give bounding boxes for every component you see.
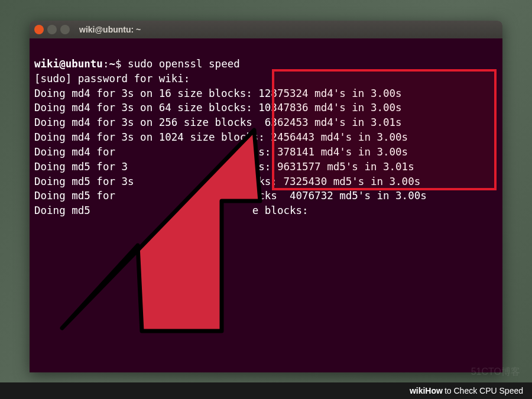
output-line: Doing md5 for 3 s: 9631577 md5's in 3.01… — [34, 161, 414, 173]
output-line: Doing md4 for 3s on 1024 size blocks: 24… — [34, 131, 408, 143]
window-title: wiki@ubuntu: ~ — [79, 25, 141, 34]
output-line: Doing md5 e blocks: — [34, 205, 309, 216]
minimize-icon[interactable] — [47, 25, 57, 34]
watermark-text: 51CTO博客 — [471, 366, 520, 378]
output-line: Doing md4 for 3s on 256 size blocks 6362… — [34, 116, 402, 128]
output-line: Doing md4 for 3s on 16 size blocks: 1287… — [34, 87, 402, 99]
prompt-user: wiki@ubuntu — [34, 58, 103, 70]
footer-text: to Check CPU Speed — [445, 386, 523, 395]
footer-bar: wikiHow to Check CPU Speed — [0, 382, 532, 399]
prompt-path: ~ — [109, 58, 115, 70]
prompt-sep: : — [103, 58, 109, 70]
maximize-icon[interactable] — [60, 25, 70, 34]
sudo-prompt: [sudo] password for wiki: — [34, 73, 190, 85]
output-line: Doing md5 for 3s cks: 7325430 md5's in 3… — [34, 176, 420, 187]
command-text: sudo openssl speed — [128, 58, 240, 70]
footer-brand: wikiHow — [410, 386, 443, 395]
output-line: Doing md4 for s: 378141 md4's in 3.00s — [34, 146, 408, 158]
terminal-body[interactable]: wiki@ubuntu:~$ sudo openssl speed [sudo]… — [30, 38, 502, 372]
titlebar[interactable]: wiki@ubuntu: ~ — [30, 21, 502, 38]
output-line: Doing md5 for locks 4076732 md5's in 3.0… — [34, 190, 427, 202]
terminal-window: wiki@ubuntu: ~ wiki@ubuntu:~$ sudo opens… — [30, 21, 502, 372]
close-icon[interactable] — [34, 25, 44, 34]
output-line: Doing md4 for 3s on 64 size blocks: 1034… — [34, 102, 402, 113]
prompt-symbol: $ — [115, 58, 122, 70]
